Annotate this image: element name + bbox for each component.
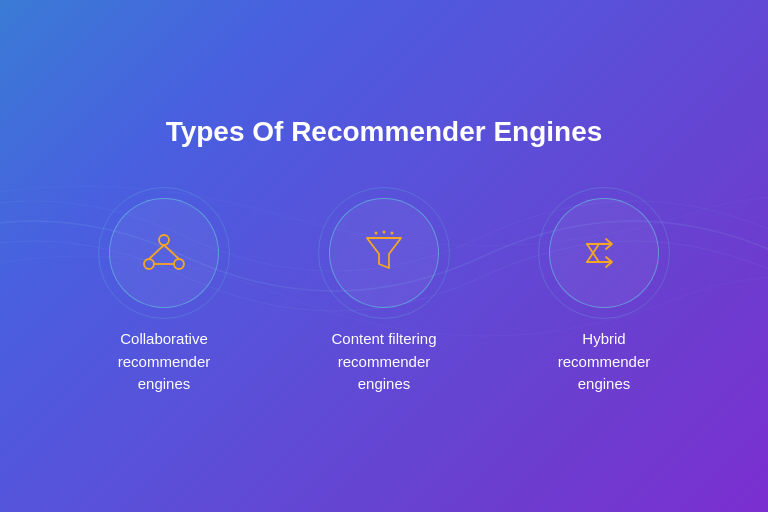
svg-line-3 xyxy=(149,245,164,259)
collaborative-icon-circle xyxy=(109,198,219,308)
svg-point-0 xyxy=(159,235,169,245)
svg-point-1 xyxy=(144,259,154,269)
svg-point-6 xyxy=(375,232,378,235)
card-collaborative: Collaborativerecommenderengines xyxy=(84,198,244,396)
svg-line-4 xyxy=(164,245,179,259)
shuffle-icon xyxy=(579,228,629,278)
hybrid-label: Hybridrecommenderengines xyxy=(558,328,651,396)
cards-container: Collaborativerecommenderengines Content … xyxy=(84,198,684,396)
card-hybrid: Hybridrecommenderengines xyxy=(524,198,684,396)
svg-point-2 xyxy=(174,259,184,269)
hybrid-icon-circle xyxy=(549,198,659,308)
background: Types Of Recommender Engines Collaborati… xyxy=(0,0,768,512)
filter-icon xyxy=(359,228,409,278)
svg-line-12 xyxy=(587,244,599,262)
content-filtering-label: Content filteringrecommenderengines xyxy=(331,328,436,396)
svg-line-11 xyxy=(587,244,599,262)
page-title: Types Of Recommender Engines xyxy=(166,116,603,148)
collaborative-label: Collaborativerecommenderengines xyxy=(118,328,211,396)
content-filtering-icon-circle xyxy=(329,198,439,308)
share-nodes-icon xyxy=(139,228,189,278)
svg-point-7 xyxy=(383,231,386,234)
card-content-filtering: Content filteringrecommenderengines xyxy=(304,198,464,396)
svg-point-8 xyxy=(391,232,394,235)
